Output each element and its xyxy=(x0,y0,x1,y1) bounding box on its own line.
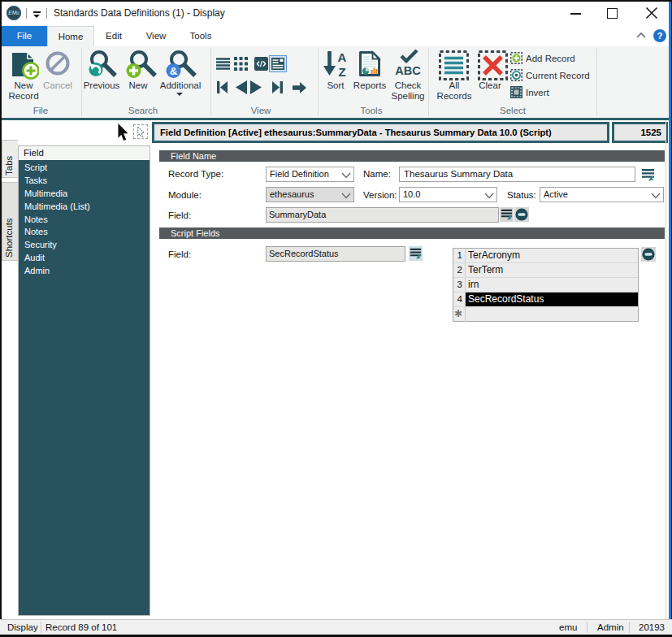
svg-text:Z: Z xyxy=(338,65,345,77)
svg-text:A: A xyxy=(338,51,347,64)
svg-text:&: & xyxy=(170,65,178,77)
